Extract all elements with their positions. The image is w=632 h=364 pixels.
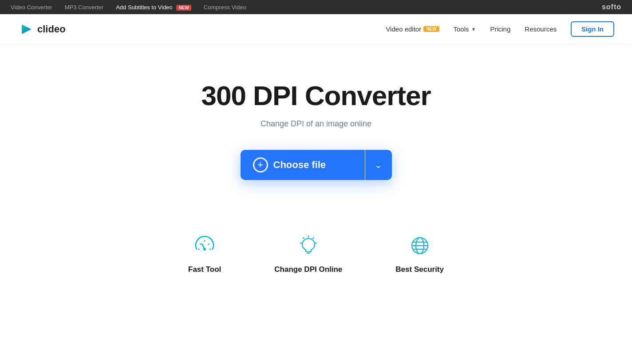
new-badge: NEW <box>176 5 191 11</box>
svg-line-6 <box>303 238 304 239</box>
fast-tool-label: Fast Tool <box>188 265 221 274</box>
nav-links: Video editor NEW Tools ▼ Pricing Resourc… <box>386 21 614 37</box>
plus-circle-icon: + <box>253 157 268 172</box>
logo-text: clideo <box>37 23 66 35</box>
svg-line-8 <box>300 243 302 243</box>
feature-fast-tool: Fast Tool <box>188 233 221 274</box>
video-editor-new-badge: NEW <box>423 26 439 32</box>
best-security-label: Best Security <box>395 265 444 274</box>
logo[interactable]: clideo <box>18 21 66 37</box>
nav-pricing[interactable]: Pricing <box>490 25 510 33</box>
bulb-icon <box>296 233 321 258</box>
nav-resources[interactable]: Resources <box>525 25 557 33</box>
topbar: Video Converter MP3 Converter Add Subtit… <box>0 0 632 14</box>
nav-video-editor[interactable]: Video editor NEW <box>386 25 439 33</box>
globe-icon <box>407 233 432 258</box>
topbar-link-video-converter[interactable]: Video Converter <box>11 4 52 11</box>
nav-tools[interactable]: Tools ▼ <box>454 25 476 33</box>
navbar: clideo Video editor NEW Tools ▼ Pricing … <box>0 14 632 44</box>
svg-line-7 <box>315 243 316 243</box>
softo-brand: softo <box>602 3 621 11</box>
hero-section: 300 DPI Converter Change DPI of an image… <box>0 44 632 207</box>
chevron-down-icon: ⌄ <box>375 160 382 170</box>
topbar-link-add-subtitles[interactable]: Add Subtitles to Video NEW <box>116 4 191 11</box>
svg-line-5 <box>313 238 314 239</box>
tools-chevron-icon: ▼ <box>471 27 476 32</box>
feature-change-dpi: Change DPI Online <box>274 233 342 274</box>
speedometer-icon <box>192 233 217 258</box>
change-dpi-label: Change DPI Online <box>274 265 342 274</box>
hero-subtitle: Change DPI of an image online <box>261 119 371 129</box>
choose-file-container: + Choose file ⌄ <box>241 150 392 180</box>
svg-point-1 <box>203 248 206 250</box>
signin-button[interactable]: Sign In <box>571 21 614 37</box>
hero-title: 300 DPI Converter <box>201 80 431 111</box>
topbar-link-compress-video[interactable]: Compress Video <box>204 4 246 11</box>
choose-file-button[interactable]: + Choose file <box>241 150 365 180</box>
topbar-link-mp3-converter[interactable]: MP3 Converter <box>65 4 103 11</box>
feature-best-security: Best Security <box>395 233 444 274</box>
features-section: Fast Tool Change DPI Online <box>0 207 632 309</box>
choose-file-dropdown-button[interactable]: ⌄ <box>365 150 392 180</box>
clideo-logo-icon <box>18 21 34 37</box>
